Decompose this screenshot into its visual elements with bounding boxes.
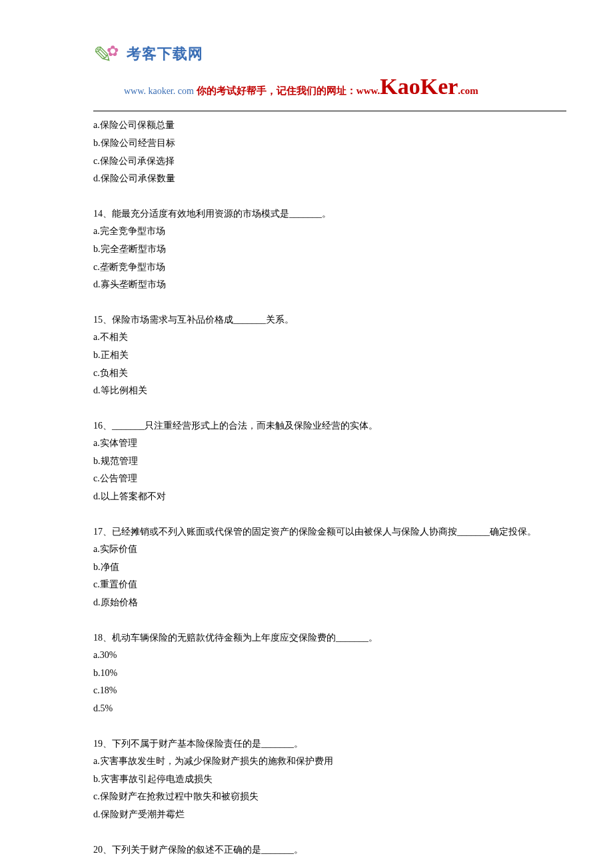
option-c: c.负相关 [93, 365, 566, 383]
option-c: c.垄断竞争型市场 [93, 259, 566, 277]
site-name: 考客下载网 [127, 40, 203, 68]
option-b: b.保险公司经营目标 [93, 135, 566, 153]
option-a: a.实际价值 [93, 541, 566, 559]
header-tagline: 你的考试好帮手，记住我们的网址：www.KaoKer.com [197, 65, 478, 109]
option-b: b.净值 [93, 559, 566, 577]
option-b: b.10% [93, 665, 566, 683]
option-c: c.公告管理 [93, 470, 566, 488]
site-url-small: www. kaoker. com [124, 83, 194, 101]
option-a: a.30% [93, 647, 566, 665]
option-d: d.原始价格 [93, 594, 566, 612]
option-a: a.不相关 [93, 329, 566, 347]
question-stem: 17、已经摊销或不列入账面或代保管的固定资产的保险金额可以由被保人与保险人协商按… [93, 523, 566, 541]
option-c: c.保险公司承保选择 [93, 153, 566, 171]
question-stem: 15、保险市场需求与互补品价格成_______关系。 [93, 311, 566, 329]
option-a: a.实体管理 [93, 435, 566, 453]
option-a: a.完全竞争型市场 [93, 223, 566, 241]
brand-name: KaoKer [380, 74, 458, 99]
option-d: d.寡头垄断型市场 [93, 276, 566, 294]
option-c: c.重置价值 [93, 576, 566, 594]
question-stem: 20、下列关于财产保险的叙述不正确的是_______。 [93, 841, 566, 859]
option-b: b.规范管理 [93, 453, 566, 471]
option-a: a.灾害事故发生时，为减少保险财产损失的施救和保护费用 [93, 753, 566, 771]
option-d: d.保险公司承保数量 [93, 170, 566, 188]
option-c: c.18% [93, 682, 566, 700]
option-a: a.保险公司保额总量 [93, 117, 566, 135]
option-d: d.5% [93, 700, 566, 718]
logo-icon: ✎✿ [93, 44, 124, 67]
question-stem: 18、机动车辆保险的无赔款优待金额为上年度应交保险费的_______。 [93, 629, 566, 647]
brand-dotcom: .com [458, 85, 478, 96]
brand-www: www. [356, 85, 380, 96]
option-d: d.等比例相关 [93, 382, 566, 400]
question-stem: 14、能最充分适度有效地利用资源的市场模式是_______。 [93, 205, 566, 223]
tagline-prefix: 你的考试好帮手，记住我们的网址： [197, 85, 356, 96]
question-stem: 19、下列不属于财产基本险保险责任的是_______。 [93, 735, 566, 753]
option-b: b.正相关 [93, 347, 566, 365]
option-c: c.保险财产在抢救过程中散失和被窃损失 [93, 788, 566, 806]
option-d: d.以上答案都不对 [93, 488, 566, 506]
page-header: ✎✿ 考客下载网 www. kaoker. com 你的考试好帮手，记住我们的网… [93, 40, 566, 111]
option-b: b.完全垄断型市场 [93, 241, 566, 259]
question-stem: 16、_______只注重经营形式上的合法，而未触及保险业经营的实体。 [93, 417, 566, 435]
document-content: a.保险公司保额总量 b.保险公司经营目标 c.保险公司承保选择 d.保险公司承… [93, 117, 566, 859]
option-b: b.灾害事故引起停电造成损失 [93, 771, 566, 789]
option-d: d.保险财产受潮并霉烂 [93, 806, 566, 824]
